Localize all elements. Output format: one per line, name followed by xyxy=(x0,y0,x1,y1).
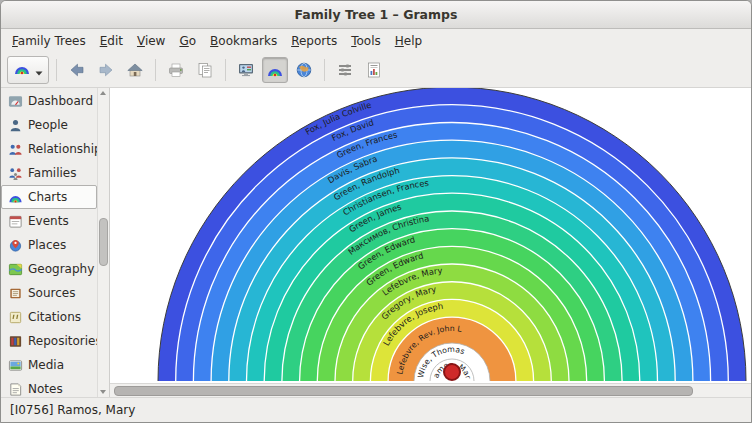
menu-go[interactable]: Go xyxy=(172,31,203,51)
forward-button[interactable] xyxy=(93,57,119,83)
relationships-icon xyxy=(8,142,23,157)
notes-icon xyxy=(8,382,23,397)
chart-horizontal-scrollbar[interactable] xyxy=(110,383,751,397)
menu-bookmarks[interactable]: Bookmarks xyxy=(203,31,284,51)
menu-tools[interactable]: Tools xyxy=(344,31,388,51)
dropdown-arrow-icon xyxy=(35,61,43,80)
report-button[interactable] xyxy=(361,57,387,83)
citations-icon xyxy=(8,310,23,325)
status-text: [I0756] Ramos, Mary xyxy=(10,403,135,417)
fanchart-view-button[interactable] xyxy=(262,57,288,83)
sidebar-label: Media xyxy=(28,358,64,372)
sidebar-label: Families xyxy=(28,166,76,180)
sidebar-item-geography[interactable]: Geography xyxy=(1,257,97,281)
geography-view-button[interactable] xyxy=(291,57,317,83)
navigation-sidebar: Dashboard People Relationships Families … xyxy=(1,88,97,397)
back-button[interactable] xyxy=(64,57,90,83)
fan-chart-canvas[interactable]: Fox, Julia ColvilleFox, DavidGreen, Fran… xyxy=(110,88,751,383)
families-icon xyxy=(8,166,23,181)
sidebar-label: People xyxy=(28,118,68,132)
sources-icon xyxy=(8,286,23,301)
toolbar-separator xyxy=(155,59,156,81)
sidebar-label: Citations xyxy=(28,310,81,324)
pedigree-view-icon xyxy=(237,61,255,79)
toolbar-separator xyxy=(56,59,57,81)
copy-icon xyxy=(196,61,214,79)
sidebar-item-charts[interactable]: Charts xyxy=(1,185,97,209)
configure-icon xyxy=(336,61,354,79)
print-icon xyxy=(167,61,185,79)
sidebar-item-repositories[interactable]: Repositories xyxy=(1,329,97,353)
menu-view[interactable]: View xyxy=(130,31,172,51)
sidebar-item-events[interactable]: Events xyxy=(1,209,97,233)
sidebar-label: Places xyxy=(28,238,66,252)
content-area: Dashboard People Relationships Families … xyxy=(1,88,751,397)
sidebar-item-citations[interactable]: Citations xyxy=(1,305,97,329)
sidebar-label: Dashboard xyxy=(28,94,93,108)
fan-chart[interactable]: Fox, Julia ColvilleFox, DavidGreen, Fran… xyxy=(110,88,751,383)
sidebar-label: Relationships xyxy=(28,142,108,156)
copy-button[interactable] xyxy=(192,57,218,83)
fan-chart-selector-icon xyxy=(13,59,31,81)
gramps-window: Family Tree 1 – Gramps Family Trees Edit… xyxy=(0,0,752,423)
sidebar-label: Events xyxy=(28,214,69,228)
sidebar-item-dashboard[interactable]: Dashboard xyxy=(1,89,97,113)
sidebar-label: Geography xyxy=(28,262,94,276)
media-icon xyxy=(8,358,23,373)
menu-help[interactable]: Help xyxy=(388,31,429,51)
print-button[interactable] xyxy=(163,57,189,83)
status-bar: [I0756] Ramos, Mary xyxy=(1,397,751,422)
sidebar-scrollbar-thumb[interactable] xyxy=(99,218,108,266)
events-icon xyxy=(8,214,23,229)
sidebar-label: Repositories xyxy=(28,334,102,348)
charts-icon xyxy=(8,190,23,205)
chart-hscrollbar-thumb[interactable] xyxy=(114,386,693,396)
menu-edit[interactable]: Edit xyxy=(93,31,130,51)
sidebar-label: Charts xyxy=(28,190,67,204)
back-icon xyxy=(68,61,86,79)
places-icon xyxy=(8,238,23,253)
fanchart-view-icon xyxy=(266,61,284,79)
dashboard-icon xyxy=(8,94,23,109)
sidebar-item-relationships[interactable]: Relationships xyxy=(1,137,97,161)
toolbar xyxy=(1,53,751,88)
sidebar-label: Notes xyxy=(28,382,63,396)
sidebar-item-sources[interactable]: Sources xyxy=(1,281,97,305)
geography-view-icon xyxy=(295,61,313,79)
home-button[interactable] xyxy=(122,57,148,83)
report-icon xyxy=(365,61,383,79)
people-icon xyxy=(8,118,23,133)
menu-reports[interactable]: Reports xyxy=(284,31,344,51)
sidebar-item-media[interactable]: Media xyxy=(1,353,97,377)
toolbar-separator xyxy=(324,59,325,81)
title-bar[interactable]: Family Tree 1 – Gramps xyxy=(1,1,751,29)
repositories-icon xyxy=(8,334,23,349)
scroll-down-arrow-icon[interactable] xyxy=(100,390,106,394)
menu-bar: Family Trees Edit View Go Bookmarks Repo… xyxy=(1,29,751,53)
sidebar-item-families[interactable]: Families xyxy=(1,161,97,185)
home-icon xyxy=(126,61,144,79)
menu-family-trees[interactable]: Family Trees xyxy=(5,31,93,51)
chart-view: Fox, Julia ColvilleFox, DavidGreen, Fran… xyxy=(110,88,751,397)
forward-icon xyxy=(97,61,115,79)
toolbar-separator xyxy=(225,59,226,81)
pedigree-view-button[interactable] xyxy=(233,57,259,83)
sidebar-item-places[interactable]: Places xyxy=(1,233,97,257)
configure-button[interactable] xyxy=(332,57,358,83)
geography-icon xyxy=(8,262,23,277)
sidebar-scrollbar[interactable] xyxy=(97,88,110,397)
sidebar-item-people[interactable]: People xyxy=(1,113,97,137)
fan-chart-type-dropdown[interactable] xyxy=(7,56,49,84)
scroll-up-arrow-icon[interactable] xyxy=(100,91,106,95)
window-title: Family Tree 1 – Gramps xyxy=(295,7,458,22)
sidebar-label: Sources xyxy=(28,286,75,300)
